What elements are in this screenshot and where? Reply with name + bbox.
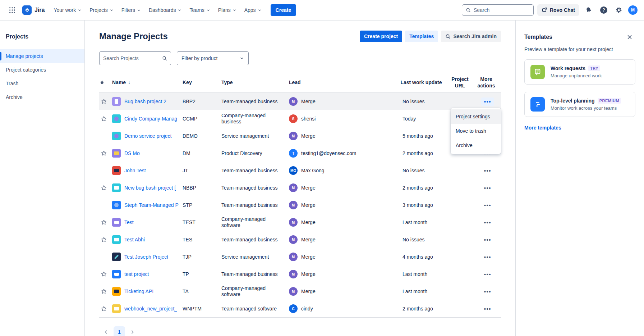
- top-nav-item-plans[interactable]: Plans: [215, 5, 240, 15]
- project-name-link[interactable]: Demo service project: [124, 133, 172, 139]
- top-nav-item-teams[interactable]: Teams: [186, 5, 213, 15]
- context-menu-item-project-settings[interactable]: Project settings: [451, 109, 501, 124]
- project-name-link[interactable]: test project: [124, 271, 149, 277]
- more-actions-button[interactable]: •••: [481, 167, 494, 175]
- global-search[interactable]: [462, 4, 534, 16]
- context-menu-item-archive[interactable]: Archive: [451, 138, 501, 153]
- lead-avatar: M: [289, 97, 298, 106]
- project-name-link[interactable]: John Test: [124, 168, 146, 173]
- project-name-link[interactable]: Bug bash project 2: [124, 99, 166, 104]
- sidebar: Projects Manage projectsProject categori…: [0, 21, 85, 336]
- column-header-type[interactable]: Type: [221, 78, 289, 89]
- project-name-cell: test project: [112, 270, 183, 278]
- project-name-link[interactable]: Cindy Company-Manag: [124, 116, 177, 122]
- project-name-link[interactable]: Ticketing API: [124, 289, 153, 294]
- more-actions-cell: •••: [477, 287, 498, 296]
- pagination-previous-button[interactable]: [101, 327, 111, 336]
- more-actions-button[interactable]: •••: [481, 236, 494, 244]
- jira-logo-icon: [22, 5, 32, 15]
- search-projects-input[interactable]: [103, 55, 159, 61]
- column-header-lead[interactable]: Lead: [289, 78, 400, 89]
- more-templates-link[interactable]: More templates: [524, 125, 561, 131]
- templates-button[interactable]: Templates: [405, 31, 438, 42]
- app-switcher-button[interactable]: [6, 4, 18, 16]
- project-name-link[interactable]: Steph Team-Managed P: [124, 202, 179, 208]
- more-actions-button[interactable]: •••: [481, 305, 494, 313]
- more-actions-button[interactable]: •••: [481, 97, 494, 106]
- settings-button[interactable]: [613, 4, 625, 16]
- top-nav-item-your-work[interactable]: Your work: [50, 5, 85, 15]
- pagination-next-button[interactable]: [128, 327, 137, 336]
- create-project-button[interactable]: Create project: [360, 31, 402, 42]
- pagination: 1: [101, 326, 501, 336]
- pagination-page-1[interactable]: 1: [114, 326, 125, 336]
- project-type-cell: Team-managed business: [221, 185, 289, 191]
- star-cell[interactable]: [99, 305, 112, 312]
- search-projects-field[interactable]: [99, 51, 171, 65]
- last-work-update-cell: 2 months ago: [400, 185, 446, 191]
- top-nav-item-apps[interactable]: Apps: [241, 5, 265, 15]
- template-card-work-requests[interactable]: Work requestsTRYManage unplanned work: [524, 59, 635, 85]
- table-row: Bug bash project 2BBP2Team-managed busin…: [99, 93, 501, 110]
- star-column-header[interactable]: [99, 78, 112, 89]
- star-cell[interactable]: [99, 115, 112, 122]
- project-name-cell: Cindy Company-Manag: [112, 114, 183, 123]
- star-icon: [101, 150, 107, 156]
- user-avatar[interactable]: M: [628, 5, 638, 15]
- project-name-link[interactable]: DS Mo: [124, 150, 140, 156]
- sidebar-item-project-categories[interactable]: Project categories: [0, 63, 84, 77]
- more-actions-button[interactable]: •••: [481, 253, 494, 261]
- project-name-link[interactable]: webhook_new_project_: [124, 306, 177, 312]
- help-button[interactable]: ?: [598, 4, 610, 16]
- close-templates-panel-button[interactable]: [624, 31, 635, 43]
- star-cell[interactable]: [99, 98, 112, 105]
- lead-name: Max Gong: [301, 168, 325, 173]
- table-row: TestTESTCompany-managed softwareMMergeLa…: [99, 214, 501, 231]
- top-nav-item-filters[interactable]: Filters: [118, 5, 144, 15]
- project-key-cell: DEMO: [183, 133, 221, 139]
- jira-logo[interactable]: Jira: [20, 5, 48, 15]
- project-name-link[interactable]: Test: [124, 219, 134, 225]
- top-nav-item-projects[interactable]: Projects: [86, 5, 117, 15]
- filter-by-product-label: Filter by product: [181, 55, 217, 61]
- star-cell[interactable]: [99, 219, 112, 226]
- column-header-name[interactable]: Name ↓: [112, 78, 183, 89]
- more-actions-cell: •••: [477, 236, 498, 244]
- template-title: Top-level planning: [551, 98, 595, 104]
- top-nav-item-dashboards[interactable]: Dashboards: [146, 5, 185, 15]
- sidebar-item-manage-projects[interactable]: Manage projects: [0, 49, 84, 63]
- project-name-link[interactable]: Test Joseph Project: [124, 254, 168, 260]
- star-cell[interactable]: [99, 150, 112, 156]
- more-actions-button[interactable]: •••: [481, 270, 494, 278]
- lead-avatar: S: [289, 114, 298, 123]
- more-actions-button[interactable]: •••: [481, 184, 494, 192]
- notifications-button[interactable]: [583, 4, 594, 16]
- star-cell[interactable]: [99, 236, 112, 243]
- context-menu-item-move-to-trash[interactable]: Move to trash: [451, 124, 501, 138]
- template-card-top-level-planning[interactable]: Top-level planningPREMIUMMonitor work ac…: [524, 92, 635, 117]
- star-cell[interactable]: [99, 288, 112, 295]
- filter-by-product-select[interactable]: Filter by product: [177, 51, 249, 65]
- global-search-input[interactable]: [474, 7, 530, 13]
- more-actions-button[interactable]: •••: [481, 218, 494, 227]
- column-header-key[interactable]: Key: [183, 78, 221, 89]
- project-avatar-icon: [112, 183, 121, 192]
- search-jira-admin-button[interactable]: Search Jira admin: [441, 31, 501, 42]
- more-actions-button[interactable]: •••: [481, 287, 494, 296]
- sidebar-item-trash[interactable]: Trash: [0, 77, 84, 90]
- sidebar-item-archive[interactable]: Archive: [0, 90, 84, 104]
- rovo-chat-button[interactable]: Rovo Chat: [537, 4, 579, 16]
- project-name-link[interactable]: New bug bash project [: [124, 185, 176, 191]
- star-cell[interactable]: [99, 271, 112, 277]
- project-name-link[interactable]: Test Abhi: [124, 237, 145, 242]
- column-header-project-url[interactable]: Project URL: [446, 74, 477, 92]
- table-row: Steph Team-Managed PSTPTeam-managed busi…: [99, 196, 501, 214]
- table-row: Test Joseph ProjectTJPService management…: [99, 248, 501, 265]
- column-header-last-work-update[interactable]: Last work update: [400, 78, 446, 89]
- star-cell[interactable]: [99, 185, 112, 191]
- column-header-more-actions[interactable]: More actions: [477, 74, 498, 92]
- table-row: John TestJTTeam-managed businessMGMax Go…: [99, 162, 501, 179]
- more-actions-button[interactable]: •••: [481, 201, 494, 209]
- templates-panel-subtitle: Preview a template for your next project: [524, 46, 635, 52]
- create-button[interactable]: Create: [271, 4, 296, 16]
